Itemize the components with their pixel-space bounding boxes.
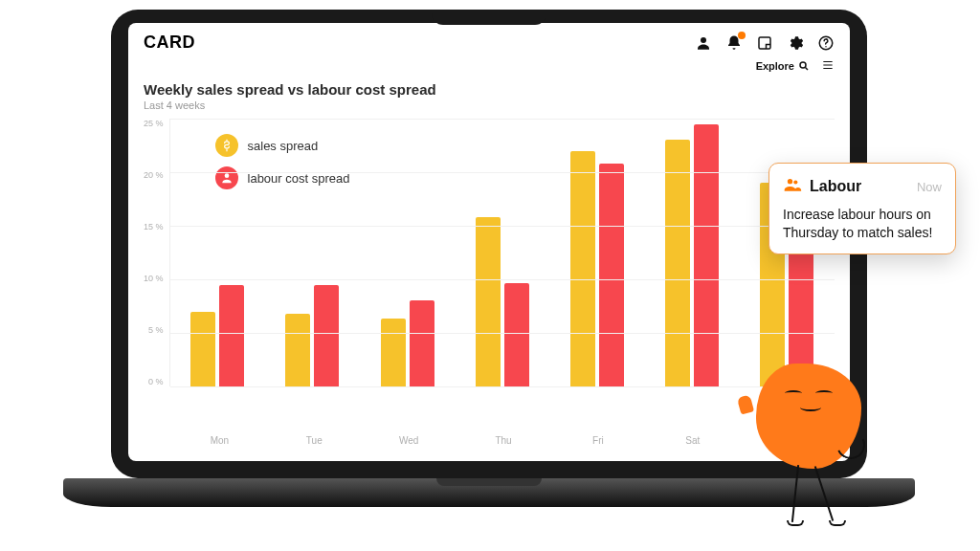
bar-labour[interactable]: [694, 124, 719, 386]
svg-rect-1: [759, 37, 770, 49]
header-icons: [695, 34, 835, 52]
subheader: Explore: [128, 58, 850, 77]
bar-labour[interactable]: [410, 300, 434, 386]
bar-sales[interactable]: [285, 314, 310, 386]
grid-line: [170, 333, 835, 334]
mascot-character: [756, 364, 861, 469]
laptop-base: [63, 478, 915, 507]
bar-labour[interactable]: [314, 285, 339, 386]
grid-line: [170, 386, 835, 387]
people-icon: [783, 175, 802, 198]
x-tick: Thu: [457, 430, 551, 446]
notification-title: Labour: [810, 178, 861, 195]
x-axis: MonTueWedThuFriSatSun: [144, 430, 835, 446]
grid-line: [170, 119, 835, 120]
explore-button[interactable]: Explore: [756, 60, 810, 72]
hamburger-icon[interactable]: [821, 58, 835, 74]
brand-title: CARD: [144, 33, 195, 53]
bar-sales[interactable]: [570, 151, 595, 386]
search-icon: [798, 60, 810, 72]
day-column: [549, 119, 644, 386]
notification-time: Now: [917, 180, 942, 194]
notification-header: Labour Now: [783, 175, 942, 198]
bar-labour[interactable]: [599, 164, 624, 386]
y-axis: 25 %20 %15 %10 %5 %0 %: [144, 119, 169, 386]
x-tick: Fri: [550, 430, 645, 446]
bell-icon[interactable]: [725, 34, 743, 52]
bar-sales[interactable]: [381, 319, 406, 386]
bar-sales[interactable]: [665, 140, 690, 386]
notification-body: Increase labour hours on Thursday to mat…: [783, 206, 942, 242]
gear-icon[interactable]: [787, 34, 804, 52]
day-column: [360, 119, 455, 386]
y-tick: 15 %: [144, 222, 164, 231]
card-title: Weekly sales spread vs labour cost sprea…: [144, 81, 835, 98]
x-axis-labels: MonTueWedThuFriSatSun: [172, 430, 835, 446]
x-tick: Wed: [362, 430, 457, 446]
day-column: [265, 119, 360, 386]
y-tick: 25 %: [144, 119, 164, 128]
grid-line: [170, 226, 835, 227]
chart: 25 %20 %15 %10 %5 %0 % sales spread: [144, 119, 835, 430]
notch: [432, 10, 546, 25]
note-icon[interactable]: [756, 34, 773, 52]
bar-labour[interactable]: [504, 283, 529, 386]
svg-point-3: [825, 46, 827, 48]
grid-line: [170, 279, 835, 280]
svg-point-0: [701, 37, 706, 43]
grid-line: [170, 172, 835, 173]
bar-sales[interactable]: [190, 312, 215, 386]
day-column: [645, 119, 740, 386]
svg-point-7: [793, 180, 797, 184]
y-tick: 0 %: [148, 377, 164, 386]
day-column: [455, 119, 549, 386]
notification-badge: [738, 32, 746, 39]
x-tick: Mon: [172, 430, 267, 446]
day-column: [170, 119, 265, 386]
plot-area: sales spread labour cost spread: [169, 119, 835, 386]
laptop-frame: CARD: [111, 10, 867, 507]
x-tick: Tue: [267, 430, 362, 446]
user-icon[interactable]: [695, 34, 712, 52]
y-tick: 10 %: [144, 274, 164, 283]
explore-label: Explore: [756, 60, 794, 72]
bar-labour[interactable]: [219, 285, 244, 386]
help-icon[interactable]: [817, 34, 835, 52]
svg-point-4: [800, 62, 806, 68]
y-tick: 20 %: [144, 170, 164, 180]
x-tick: Sat: [645, 430, 740, 446]
bar-sales[interactable]: [476, 217, 501, 386]
chart-card: Weekly sales spread vs labour cost sprea…: [144, 81, 835, 446]
bars-container: [170, 119, 835, 386]
y-tick: 5 %: [148, 325, 164, 335]
card-subtitle: Last 4 weeks: [144, 99, 835, 111]
notification-card[interactable]: Labour Now Increase labour hours on Thur…: [768, 163, 956, 254]
svg-point-6: [788, 179, 792, 184]
app-header: CARD: [128, 23, 850, 58]
